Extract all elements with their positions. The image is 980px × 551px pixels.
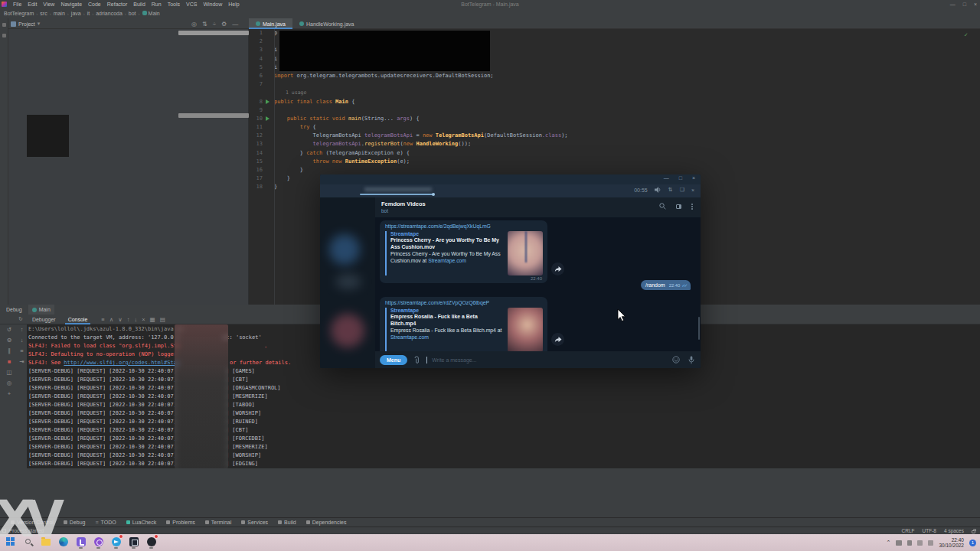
breadcrumb-item-bot[interactable]: bot bbox=[129, 11, 136, 16]
message-list[interactable]: https://streamtape.com/e/2qdBejwqXkUqLmG… bbox=[375, 217, 701, 351]
console-link[interactable]: http://www.slf4j.org/codes.html#Stat bbox=[64, 360, 180, 366]
onedrive-icon[interactable] bbox=[896, 540, 902, 546]
locate-icon[interactable]: ◎ bbox=[191, 21, 197, 28]
maximize-icon[interactable]: □ bbox=[679, 175, 682, 181]
close-icon[interactable]: × bbox=[974, 2, 977, 7]
breadcrumb-item-main[interactable]: main bbox=[54, 11, 65, 16]
taskbar-file-explorer-icon[interactable] bbox=[40, 536, 51, 547]
close-icon[interactable]: × bbox=[692, 175, 695, 181]
pause-icon[interactable]: ∥ bbox=[8, 347, 11, 354]
settings-icon[interactable]: ⚙ bbox=[7, 337, 12, 344]
taskbar-clock-app-icon[interactable] bbox=[93, 536, 104, 547]
expand-all-icon[interactable]: ⇅ bbox=[202, 21, 207, 28]
audio-progress-bar[interactable] bbox=[360, 194, 433, 195]
network-icon[interactable] bbox=[917, 540, 923, 546]
tool-window-button-todo[interactable]: ≡TODO bbox=[96, 520, 116, 525]
up-icon[interactable]: ↑ bbox=[127, 316, 130, 323]
more-icon[interactable] bbox=[691, 204, 693, 205]
incoming-message[interactable]: https://streamtape.com/e/rdZVpQOzQ6tbqeP… bbox=[380, 297, 547, 360]
pin-icon[interactable]: + bbox=[8, 390, 11, 397]
breadcrumb-item-bottelegram[interactable]: BotTelegram bbox=[4, 11, 34, 16]
project-stripe-icon[interactable] bbox=[2, 23, 6, 27]
soft-wrap-icon[interactable]: ≡ bbox=[20, 347, 23, 354]
tab-debugger[interactable]: Debugger bbox=[29, 315, 59, 324]
playback-order-icon[interactable]: ⇅ bbox=[668, 187, 673, 193]
tool-window-button-problems[interactable]: Problems bbox=[166, 520, 195, 525]
forward-button[interactable] bbox=[551, 262, 564, 276]
encoding-indicator[interactable]: UTF-8 bbox=[923, 528, 936, 533]
outgoing-message[interactable]: /random22:40✓✓ bbox=[641, 280, 691, 290]
menu-item-code[interactable]: Code bbox=[85, 2, 104, 7]
taskbar-telegram-icon[interactable] bbox=[110, 536, 122, 547]
tool-window-button-version-control[interactable]: Version Control bbox=[11, 520, 54, 525]
tab-console[interactable]: Console bbox=[65, 315, 91, 324]
preview-description-link[interactable]: Streamtape.com bbox=[428, 258, 466, 263]
breadcrumb-item-java[interactable]: java bbox=[71, 11, 81, 16]
menu-item-edit[interactable]: Edit bbox=[24, 2, 40, 7]
menu-item-build[interactable]: Build bbox=[130, 2, 149, 7]
stop-icon[interactable]: ■ bbox=[8, 358, 11, 365]
menu-item-file[interactable]: File bbox=[10, 2, 24, 7]
menu-item-window[interactable]: Window bbox=[200, 2, 225, 7]
taskbar-chat-app-icon[interactable] bbox=[145, 536, 157, 547]
breadcrumb-item-src[interactable]: src bbox=[40, 11, 47, 16]
menu-item-run[interactable]: Run bbox=[149, 2, 165, 7]
mic-icon[interactable] bbox=[688, 356, 694, 364]
tool-window-switcher-icon[interactable] bbox=[2, 529, 6, 533]
breadcrumb-item-adriancoda[interactable]: adriancoda bbox=[96, 11, 122, 16]
run-gutter-icon[interactable] bbox=[266, 116, 270, 121]
search-icon[interactable] bbox=[659, 203, 666, 210]
gear-icon[interactable]: ◎ bbox=[7, 380, 12, 386]
tool-window-button-luacheck[interactable]: LuaCheck bbox=[126, 520, 157, 525]
preview-description-link[interactable]: Streamtape.com bbox=[390, 334, 429, 340]
grid-icon[interactable]: ▦ bbox=[150, 316, 155, 323]
frame-icon[interactable]: ◫ bbox=[6, 369, 11, 376]
preview-thumbnail[interactable] bbox=[508, 231, 543, 276]
tool-window-button-debug[interactable]: Debug bbox=[64, 520, 86, 525]
taskbar-start-icon[interactable] bbox=[5, 536, 16, 547]
chat-list-sidebar[interactable] bbox=[320, 197, 375, 368]
down-icon[interactable]: ↓ bbox=[134, 316, 137, 323]
message-link[interactable]: https://streamtape.com/e/2qdBejwqXkUqLmG bbox=[385, 223, 543, 229]
line-ending-indicator[interactable]: CRLF bbox=[902, 528, 915, 533]
run-gutter-icon[interactable] bbox=[266, 99, 270, 104]
menu-item-vcs[interactable]: VCS bbox=[183, 2, 200, 7]
tool-window-button-build[interactable]: Build bbox=[278, 520, 296, 525]
to-bottom-icon[interactable]: ∨ bbox=[118, 316, 122, 323]
update-icon[interactable] bbox=[907, 540, 912, 546]
tool-window-button-terminal[interactable]: Terminal bbox=[205, 520, 231, 525]
message-link[interactable]: https://streamtape.com/e/rdZVpQOzQ6tbqeP bbox=[385, 300, 543, 305]
editor-tab-main-java[interactable]: Main.java bbox=[249, 18, 292, 29]
project-panel-header[interactable]: Project ▾ bbox=[11, 18, 40, 29]
preview-thumbnail[interactable] bbox=[508, 308, 543, 352]
rerun-icon[interactable]: ↺ bbox=[7, 326, 11, 333]
pin-player-icon[interactable]: ❏ bbox=[680, 187, 684, 193]
chat-header[interactable]: Femdom Videos bot bbox=[375, 197, 701, 217]
taskbar-media-app-icon[interactable] bbox=[75, 536, 87, 547]
collapse-all-icon[interactable]: ÷ bbox=[213, 21, 216, 28]
clock[interactable]: 22:40 30/10/2022 bbox=[939, 537, 964, 548]
hide-icon[interactable]: — bbox=[232, 21, 238, 28]
maximize-icon[interactable]: □ bbox=[963, 2, 966, 7]
message-input[interactable]: Write a message... bbox=[432, 357, 476, 363]
indent-indicator[interactable]: 4 spaces bbox=[944, 528, 964, 533]
lock-icon[interactable] bbox=[972, 530, 975, 533]
structure-stripe-icon[interactable] bbox=[2, 34, 6, 37]
down-icon[interactable]: ↓ bbox=[21, 337, 24, 344]
settings-icon[interactable]: ⚙ bbox=[221, 21, 227, 28]
emoji-icon[interactable] bbox=[672, 356, 680, 364]
audio-player-bar[interactable]: 00:55 ⇅ ❏ × bbox=[320, 184, 701, 197]
attach-icon[interactable] bbox=[413, 356, 420, 364]
volume-icon[interactable] bbox=[655, 187, 662, 193]
incoming-message[interactable]: https://streamtape.com/e/2qdBejwqXkUqLmG… bbox=[380, 220, 547, 283]
telegram-titlebar[interactable]: — □ × bbox=[320, 174, 701, 184]
close-player-icon[interactable]: × bbox=[691, 187, 694, 193]
tool-window-button-services[interactable]: Services bbox=[241, 520, 268, 525]
minimize-icon[interactable]: — bbox=[950, 2, 956, 7]
scroll-end-icon[interactable]: ⇥ bbox=[19, 358, 24, 365]
up-icon[interactable]: ↑ bbox=[21, 326, 24, 333]
menu-item-help[interactable]: Help bbox=[225, 2, 242, 7]
tray-expand-icon[interactable]: ⌃ bbox=[887, 540, 891, 546]
volume-icon[interactable] bbox=[928, 540, 933, 546]
debug-session-tab[interactable]: Main bbox=[28, 305, 54, 315]
